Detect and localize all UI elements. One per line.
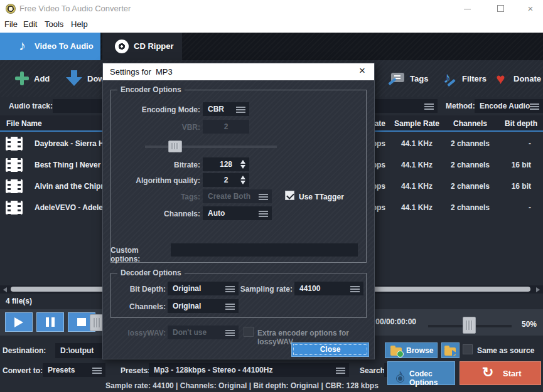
method-label: Method: — [446, 102, 475, 110]
hamburger-icon — [92, 368, 102, 374]
presets-value: Mp3 - 128kbps - Stereo - 44100Hz — [154, 366, 272, 374]
bitrate-spinner[interactable]: 128 — [203, 157, 249, 171]
tab-label: CD Ripper — [134, 41, 174, 51]
decoder-channels-select[interactable]: Original — [168, 299, 239, 313]
bitrate-value: 128 — [220, 160, 232, 169]
menu-edit[interactable]: Edit — [23, 19, 37, 29]
window-close-button[interactable]: × — [520, 0, 541, 18]
hamburger-icon — [424, 103, 434, 110]
dialog-title: Settings for MP3 — [110, 67, 173, 77]
donate-button[interactable]: ♥ Donate — [496, 60, 540, 97]
spinner-arrows[interactable] — [240, 159, 246, 169]
dialog-titlebar: Settings for MP3 × — [103, 63, 374, 80]
hamburger-icon — [350, 286, 360, 292]
music-note-gear-icon: ♪ — [397, 367, 403, 381]
spin-down-icon[interactable] — [240, 165, 245, 169]
scroll-right-icon[interactable] — [536, 287, 540, 292]
algorithm-quality-spinner[interactable]: 2 — [203, 173, 249, 187]
destination-value: D:\output — [60, 346, 94, 355]
status-bar: Sample rate: 44100 | Channels: Original … — [105, 381, 379, 390]
bit-depth-label: Bit Depth: — [112, 285, 166, 294]
bit-depth-select[interactable]: Original — [168, 282, 239, 295]
tags-button[interactable]: Tags — [389, 60, 428, 97]
custom-options-label: Custom options: — [110, 246, 169, 263]
tags-select: Create Both — [203, 189, 272, 203]
bitrate-slider-track[interactable] — [145, 146, 277, 148]
decoder-channels-value: Original — [173, 302, 201, 310]
convert-to-select[interactable]: Presets — [43, 363, 105, 377]
window-title: Free Video To Audio Converter — [19, 4, 131, 13]
hamburger-icon — [236, 107, 245, 113]
scroll-left-icon[interactable] — [3, 287, 7, 292]
tab-video-to-audio[interactable]: ♪ Video To Audio — [0, 33, 100, 60]
donate-label: Donate — [513, 74, 541, 83]
col-bit-depth[interactable]: Bit depth — [490, 119, 537, 128]
menubar: File Edit Tools Help — [0, 18, 543, 33]
algorithm-quality-value: 2 — [224, 176, 228, 184]
menu-help[interactable]: Help — [71, 19, 88, 29]
search-label: Search: — [360, 366, 387, 375]
method-select[interactable]: Encode Audio — [475, 99, 543, 113]
dialog-close-action-button[interactable]: Close — [291, 342, 369, 357]
start-button[interactable]: ↻ Start — [460, 361, 541, 385]
lossywav-extra-checkbox — [244, 327, 254, 337]
same-as-source-label: Same as source — [477, 346, 534, 355]
sample-rate-cell: 44.1 KHz — [387, 161, 447, 169]
play-button[interactable] — [5, 312, 33, 332]
menu-tools[interactable]: Tools — [45, 19, 63, 29]
col-sample-rate[interactable]: Sample Rate — [387, 119, 447, 128]
same-as-source-checkbox[interactable] — [463, 344, 473, 354]
open-output-folder-button[interactable] — [441, 342, 460, 358]
cd-icon — [115, 40, 129, 53]
browse-button[interactable]: Browse — [385, 342, 438, 358]
maximize-icon — [497, 5, 504, 12]
spinner-arrows[interactable] — [240, 175, 246, 185]
custom-options-input[interactable] — [171, 243, 358, 257]
music-note-icon: ♪ — [19, 38, 26, 54]
hamburger-icon — [336, 368, 345, 374]
hamburger-icon — [225, 286, 235, 292]
tab-label: Video To Audio — [35, 41, 94, 51]
volume-slider-handle[interactable] — [463, 317, 476, 334]
filters-button[interactable]: ♪ Filters — [443, 60, 483, 97]
spin-up-icon[interactable] — [240, 160, 245, 164]
use-ttagger-checkbox[interactable] — [285, 191, 294, 200]
minimize-button[interactable] — [457, 0, 478, 18]
col-file-name[interactable]: File Name — [6, 119, 42, 128]
bitrate-label: Bitrate: — [112, 161, 200, 169]
sampling-rate-value: 44100 — [299, 284, 320, 293]
encoder-options-legend: Encoder Options — [117, 85, 185, 94]
tags-label: Tags — [410, 74, 428, 83]
plus-icon — [15, 72, 29, 85]
hamburger-icon — [259, 211, 268, 217]
app-window: Free Video To Audio Converter × File Edi… — [0, 0, 543, 392]
add-button[interactable]: Add — [15, 60, 62, 97]
decoder-channels-label: Channels: — [112, 302, 166, 311]
bitrate-slider-handle[interactable] — [168, 140, 182, 152]
menu-file[interactable]: File — [4, 19, 18, 29]
channels-select[interactable]: Auto — [203, 206, 272, 220]
destination-label: Destination: — [3, 346, 46, 355]
tabbar: ♪ Video To Audio CD Ripper — [0, 33, 543, 60]
pause-button[interactable] — [36, 312, 64, 332]
spin-up-icon[interactable] — [240, 176, 245, 179]
encoding-mode-select[interactable]: CBR — [203, 102, 249, 116]
sampling-rate-select[interactable]: 44100 — [294, 282, 363, 295]
algorithm-quality-label: Algorithm quality: — [112, 176, 200, 185]
codec-options-button[interactable]: ♪ Codec Options — [387, 361, 455, 385]
start-label: Start — [503, 369, 522, 378]
file-name: Alvin and the Chipmu — [35, 182, 112, 191]
tags-value: Create Both — [208, 192, 250, 201]
presets-select[interactable]: Mp3 - 128kbps - Stereo - 44100Hz — [149, 363, 349, 377]
film-icon — [6, 137, 23, 151]
bit-depth-cell: - — [490, 139, 531, 148]
tab-cd-ripper[interactable]: CD Ripper — [102, 33, 182, 60]
tags-label: Tags: — [112, 193, 200, 201]
maximize-button[interactable] — [490, 0, 512, 18]
dialog-close-button[interactable]: × — [355, 65, 369, 77]
spin-down-icon[interactable] — [240, 181, 245, 184]
hamburger-icon — [259, 194, 268, 200]
sample-rate-cell: 44.1 KHz — [387, 203, 447, 212]
bit-depth-cell: 16 bit — [490, 182, 531, 191]
sample-rate-cell: 44.1 KHz — [387, 182, 447, 191]
